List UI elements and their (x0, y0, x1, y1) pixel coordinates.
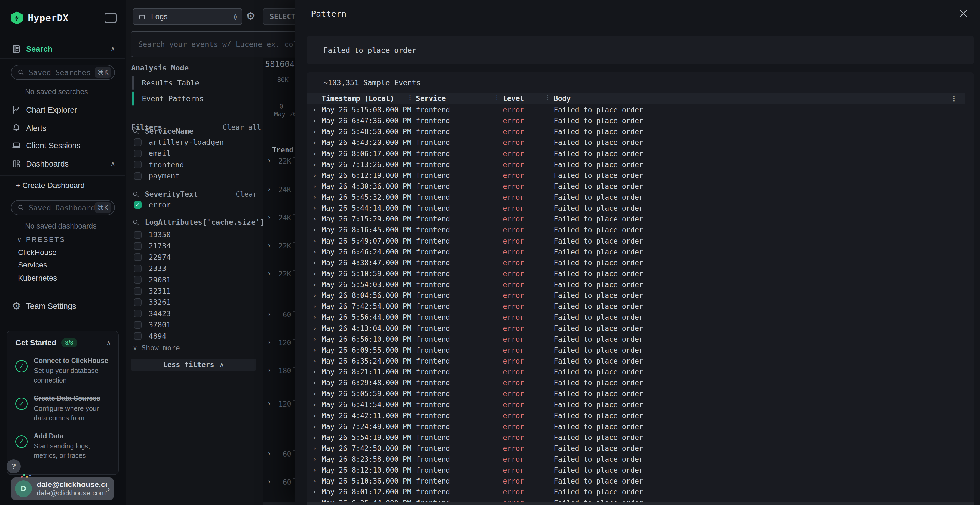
checkbox[interactable]: ✓ (134, 201, 142, 209)
expand-chevron-icon[interactable]: › (307, 161, 322, 168)
chevron-right-icon[interactable]: › (268, 241, 270, 249)
saved-searches-search[interactable]: ⌘K (11, 65, 115, 80)
preset-kubernetes[interactable]: Kubernetes (18, 274, 57, 283)
event-row[interactable]: ›May 26 6:29:48.000 PMfrontenderrorFaile… (307, 377, 974, 388)
checkbox[interactable] (134, 138, 142, 146)
filter-option-22974[interactable]: 22974 (134, 253, 171, 262)
create-dashboard-button[interactable]: + Create Dashboard (16, 181, 85, 190)
saved-dashboards-input[interactable] (29, 203, 95, 212)
search-icon[interactable] (132, 128, 139, 135)
preset-clickhouse[interactable]: ClickHouse (18, 248, 57, 257)
checkbox[interactable] (134, 310, 142, 317)
chevron-right-icon[interactable]: › (268, 367, 270, 373)
expand-chevron-icon[interactable]: › (307, 303, 322, 310)
expand-chevron-icon[interactable]: › (307, 183, 322, 190)
expand-chevron-icon[interactable]: › (307, 150, 322, 157)
expand-chevron-icon[interactable]: › (307, 335, 322, 343)
column-separator-icon[interactable]: ⋮ (493, 94, 500, 101)
checkbox[interactable] (134, 332, 142, 340)
get-started-item[interactable]: ✓Add DataStart sending logs, metrics, or… (15, 431, 111, 461)
filter-option-payment[interactable]: payment (134, 172, 180, 180)
expand-chevron-icon[interactable]: › (307, 172, 322, 179)
checkbox[interactable] (134, 276, 142, 284)
sidebar-item-dashboards[interactable]: Dashboards∧ (0, 156, 125, 172)
event-row[interactable]: ›May 26 7:13:26.000 PMfrontenderrorFaile… (307, 159, 974, 170)
search-icon[interactable] (132, 219, 139, 226)
column-header-service[interactable]: Service (409, 94, 495, 103)
event-row[interactable]: ›May 26 5:56:44.000 PMfrontenderrorFaile… (307, 312, 974, 323)
expand-chevron-icon[interactable]: › (307, 346, 322, 354)
filter-option-frontend[interactable]: frontend (134, 160, 184, 169)
expand-chevron-icon[interactable]: › (307, 204, 322, 212)
expand-chevron-icon[interactable]: › (307, 128, 322, 135)
expand-chevron-icon[interactable]: › (307, 357, 322, 365)
expand-chevron-icon[interactable]: › (307, 215, 322, 223)
event-row[interactable]: ›May 26 6:47:36.000 PMfrontenderrorFaile… (307, 115, 974, 126)
expand-chevron-icon[interactable]: › (307, 313, 322, 321)
expand-chevron-icon[interactable]: › (307, 412, 322, 419)
expand-chevron-icon[interactable]: › (307, 390, 322, 397)
event-row[interactable]: ›May 26 6:56:10.000 PMfrontenderrorFaile… (307, 334, 974, 345)
filter-option-37801[interactable]: 37801 (134, 321, 171, 329)
filter-option-artillery-loadgen[interactable]: artillery-loadgen (134, 138, 224, 146)
expand-chevron-icon[interactable]: › (307, 423, 322, 430)
horizontal-scrollbar[interactable] (307, 502, 974, 505)
select-columns-button[interactable]: SELECT (263, 8, 294, 25)
expand-chevron-icon[interactable]: › (307, 259, 322, 267)
get-started-item[interactable]: ✓Connect to ClickHouseSet up your databa… (15, 356, 111, 385)
expand-chevron-icon[interactable]: › (307, 434, 322, 441)
expand-chevron-icon[interactable]: › (307, 445, 322, 452)
chevron-right-icon[interactable]: › (268, 338, 270, 346)
event-row[interactable]: ›May 26 5:15:08.000 PMfrontenderrorFaile… (307, 105, 974, 115)
event-row[interactable]: ›May 26 6:35:24.000 PMfrontenderrorFaile… (307, 356, 974, 367)
event-row[interactable]: ›May 26 6:41:54.000 PMfrontenderrorFaile… (307, 399, 974, 410)
expand-chevron-icon[interactable]: › (307, 194, 322, 201)
filter-option-2333[interactable]: 2333 (134, 264, 166, 273)
presets-toggle[interactable]: ∨ PRESETS (17, 236, 65, 243)
expand-chevron-icon[interactable]: › (307, 488, 322, 496)
event-row[interactable]: ›May 26 4:13:04.000 PMfrontenderrorFaile… (307, 323, 974, 334)
sidebar-item-search[interactable]: Search ∧ (0, 41, 125, 57)
event-row[interactable]: ›May 26 5:49:07.000 PMfrontenderrorFaile… (307, 236, 974, 246)
column-separator-icon[interactable]: ⋮ (407, 94, 413, 101)
chevron-right-icon[interactable]: › (268, 185, 270, 192)
saved-searches-input[interactable] (29, 68, 95, 77)
column-separator-icon[interactable]: ⋮ (544, 94, 551, 101)
column-header-timestamp[interactable]: Timestamp (Local) (322, 94, 409, 103)
expand-chevron-icon[interactable]: › (307, 401, 322, 408)
filter-option-error[interactable]: ✓error (134, 200, 171, 209)
filter-option-33261[interactable]: 33261 (134, 298, 171, 306)
event-row[interactable]: ›May 26 4:43:20.000 PMfrontenderrorFaile… (307, 137, 974, 148)
table-options-icon[interactable]: ⋮ (950, 94, 958, 103)
checkbox[interactable] (134, 231, 142, 239)
sidebar-item-alerts[interactable]: Alerts (0, 121, 125, 136)
checkbox[interactable] (134, 161, 142, 168)
analysis-mode-event-patterns[interactable]: Event Patterns (132, 91, 204, 106)
checkbox[interactable] (134, 253, 142, 261)
checkbox[interactable] (134, 265, 142, 272)
show-more-button[interactable]: ∨Show more (133, 344, 180, 352)
expand-chevron-icon[interactable]: › (307, 139, 322, 146)
expand-chevron-icon[interactable]: › (307, 281, 322, 288)
filter-option-34423[interactable]: 34423 (134, 310, 171, 318)
sidebar-item-chart-explorer[interactable]: Chart Explorer (0, 102, 125, 118)
sidebar-collapse-icon[interactable] (105, 13, 116, 23)
column-header-body[interactable]: Body (546, 94, 965, 103)
expand-chevron-icon[interactable]: › (307, 237, 322, 245)
event-row[interactable]: ›May 26 8:04:56.000 PMfrontenderrorFaile… (307, 290, 974, 301)
event-row[interactable]: ›May 26 5:10:36.000 PMfrontenderrorFaile… (307, 476, 974, 486)
expand-chevron-icon[interactable]: › (307, 325, 322, 332)
chevron-right-icon[interactable]: › (268, 450, 270, 457)
filter-option-29081[interactable]: 29081 (134, 276, 171, 284)
close-icon[interactable] (959, 9, 968, 18)
checkbox[interactable] (134, 150, 142, 157)
event-row[interactable]: ›May 26 5:44:14.000 PMfrontenderrorFaile… (307, 203, 974, 214)
chevron-up-icon[interactable]: ∧ (106, 339, 111, 347)
chevron-right-icon[interactable]: › (268, 270, 270, 277)
chevron-right-icon[interactable]: › (268, 478, 270, 485)
event-row[interactable]: ›May 26 6:12:19.000 PMfrontenderrorFaile… (307, 170, 974, 181)
event-row[interactable]: ›May 26 4:30:36.000 PMfrontenderrorFaile… (307, 181, 974, 192)
event-row[interactable]: ›May 26 5:05:59.000 PMfrontenderrorFaile… (307, 388, 974, 399)
less-filters-button[interactable]: Less filters ∧ (130, 359, 256, 371)
event-row[interactable]: ›May 26 5:54:03.000 PMfrontenderrorFaile… (307, 279, 974, 290)
